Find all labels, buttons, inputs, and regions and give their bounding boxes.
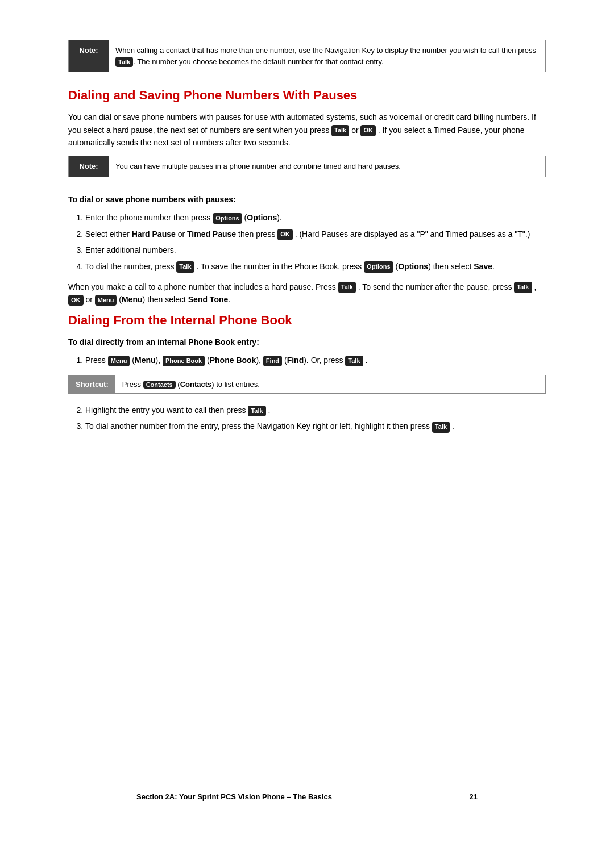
contacts-btn: Contacts <box>143 381 176 389</box>
find-btn: Find <box>263 356 282 367</box>
talk-btn-4: Talk <box>338 282 356 293</box>
step2-1: Press Menu (Menu), Phone Book (Phone Boo… <box>85 354 546 366</box>
step1-2: Select either Hard Pause or Timed Pause … <box>85 228 546 240</box>
talk-btn-8: Talk <box>432 422 450 433</box>
talk-btn-1: Talk <box>115 57 133 68</box>
options-btn-1: Options <box>213 213 242 224</box>
shortcut-content: Press Contacts (Contacts) to list entrie… <box>115 375 267 394</box>
step2-3: To dial another number from the entry, p… <box>85 420 546 432</box>
dial-save-steps: Enter the phone number then press Option… <box>85 211 546 273</box>
footer: Section 2A: Your Sprint PCS Vision Phone… <box>136 787 478 801</box>
menu-btn-2: Menu <box>108 356 130 367</box>
note-label-2: Note: <box>69 156 109 177</box>
menu-btn-1: Menu <box>95 295 117 306</box>
phonebook-btn: Phone Book <box>163 356 205 367</box>
dial-internal-steps: Press Menu (Menu), Phone Book (Phone Boo… <box>85 354 546 366</box>
section1-para2: When you make a call to a phone number t… <box>68 281 546 306</box>
note-content-1: When calling a contact that has more tha… <box>109 40 545 72</box>
footer-left: Section 2A: Your Sprint PCS Vision Phone… <box>136 792 332 801</box>
talk-btn-5: Talk <box>514 282 532 293</box>
note-box-2: Note: You can have multiple pauses in a … <box>68 156 546 177</box>
talk-btn-2: Talk <box>331 125 349 136</box>
shortcut-label: Shortcut: <box>69 375 115 394</box>
dial-save-instruction-label: To dial or save phone numbers with pause… <box>68 193 546 206</box>
center-btn-1: OK <box>360 125 376 136</box>
step2-2: Highlight the entry you want to call the… <box>85 404 546 416</box>
ok-btn-1: OK <box>277 229 293 240</box>
footer-right: 21 <box>470 792 478 801</box>
dial-internal-steps-cont: Highlight the entry you want to call the… <box>85 404 546 433</box>
step1-1: Enter the phone number then press Option… <box>85 211 546 224</box>
talk-btn-3: Talk <box>176 261 194 273</box>
dial-internal-instruction-label: To dial directly from an internal Phone … <box>68 336 546 348</box>
section1-intro: You can dial or save phone numbers with … <box>68 111 546 149</box>
step1-4: To dial the number, press Talk . To save… <box>85 260 546 273</box>
shortcut-box: Shortcut: Press Contacts (Contacts) to l… <box>68 375 546 394</box>
note-label-1: Note: <box>69 40 109 72</box>
ok-btn-2: OK <box>68 295 84 306</box>
section2-title: Dialing From the Internal Phone Book <box>68 313 546 328</box>
note-box-1: Note: When calling a contact that has mo… <box>68 40 546 72</box>
page-content: Note: When calling a contact that has mo… <box>68 40 546 835</box>
talk-btn-7: Talk <box>248 406 265 417</box>
talk-btn-6: Talk <box>345 356 363 367</box>
section1-title: Dialing and Saving Phone Numbers With Pa… <box>68 88 546 103</box>
note-content-2: You can have multiple pauses in a phone … <box>109 156 408 177</box>
step1-3: Enter additional numbers. <box>85 244 546 256</box>
options-btn-2: Options <box>364 261 393 273</box>
